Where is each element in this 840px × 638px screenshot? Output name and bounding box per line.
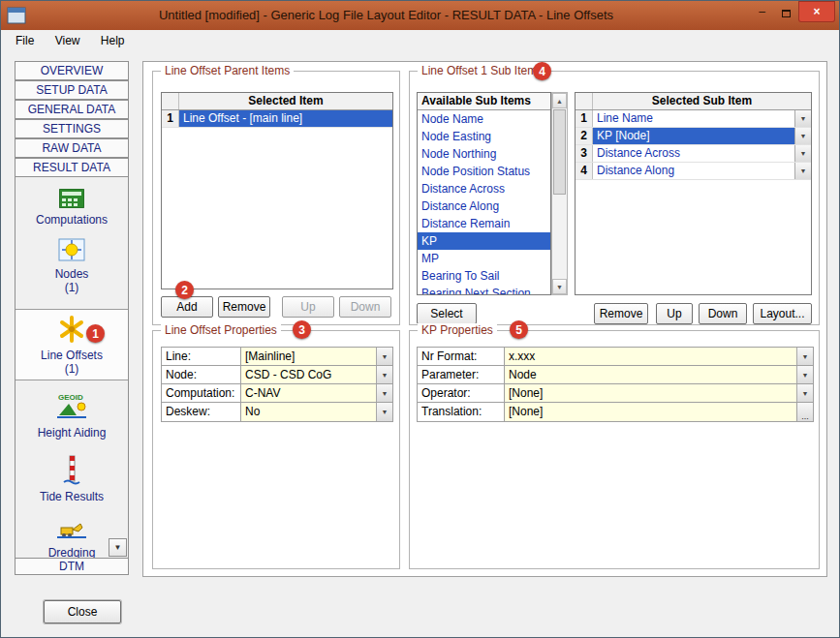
- combo-dropdown-button[interactable]: ▼: [794, 110, 811, 127]
- up-button[interactable]: Up: [282, 296, 334, 318]
- menu-help[interactable]: Help: [92, 30, 134, 51]
- chevron-down-icon: ▼: [382, 409, 389, 415]
- combo-dropdown-button[interactable]: ▼: [376, 403, 392, 421]
- sidebar-item-line-offsets[interactable]: Line Offsets (1): [16, 309, 128, 380]
- row-number: 3: [576, 145, 593, 162]
- property-value[interactable]: [None]: [505, 384, 796, 402]
- property-value[interactable]: [Mainline]: [241, 348, 376, 365]
- close-button[interactable]: Close: [44, 600, 121, 623]
- list-item[interactable]: Bearing To Sail: [418, 267, 550, 285]
- svg-text:GEOID: GEOID: [58, 393, 83, 402]
- annotation-badge-1: 1: [86, 324, 105, 343]
- combo-dropdown-button[interactable]: ▼: [796, 348, 813, 365]
- sidebar-item-overview[interactable]: OVERVIEW: [15, 61, 129, 80]
- table-row[interactable]: 3 Distance Across ▼: [576, 145, 811, 163]
- sidebar-item-count: (1): [16, 362, 128, 376]
- table-header: Selected Sub Item: [593, 93, 811, 109]
- list-item[interactable]: Node Easting: [418, 128, 550, 145]
- properties-table: Line: [Mainline] ▼ Node: CSD - CSD CoG ▼…: [161, 347, 393, 422]
- sidebar-item-dtm[interactable]: DTM: [15, 558, 129, 575]
- window-title: Untitled [modified] - Generic Log File L…: [40, 1, 732, 30]
- table-row[interactable]: 1 Line Name ▼: [576, 110, 811, 128]
- combo-dropdown-button[interactable]: ▼: [794, 145, 811, 162]
- select-button[interactable]: Select: [417, 303, 477, 324]
- table-header-row: Selected Sub Item: [576, 93, 811, 110]
- row-value: Line Offset - [main line]: [179, 110, 392, 127]
- scrollbar-up-button[interactable]: ▲: [552, 93, 567, 108]
- add-button[interactable]: Add: [161, 296, 213, 318]
- scrollbar-down-button[interactable]: ▼: [552, 279, 567, 294]
- chevron-down-icon: ▼: [382, 372, 389, 379]
- down-sub-button[interactable]: Down: [699, 303, 747, 324]
- property-value[interactable]: No: [241, 403, 376, 421]
- property-row: Nr Format: x.xxx ▼: [418, 348, 813, 366]
- available-list-scrollbar[interactable]: ▲ ▼: [551, 92, 568, 295]
- menu-view[interactable]: View: [47, 30, 89, 51]
- sidebar-item-setup-data[interactable]: SETUP DATA: [15, 80, 129, 100]
- sidebar-scroll-down-button[interactable]: ▼: [109, 538, 127, 557]
- row-number: 1: [576, 110, 593, 127]
- row-number: 1: [162, 110, 179, 127]
- combo-dropdown-button[interactable]: ▼: [376, 384, 392, 402]
- up-sub-button[interactable]: Up: [656, 303, 693, 324]
- combo-dropdown-button[interactable]: ▼: [796, 366, 813, 383]
- minimize-button[interactable]: –: [750, 1, 774, 22]
- menu-file[interactable]: File: [7, 30, 43, 51]
- table-row[interactable]: 4 Distance Along ▼: [576, 163, 811, 180]
- sidebar-item-label: Line Offsets: [16, 349, 128, 362]
- row-number: 2: [576, 128, 593, 144]
- sidebar-item-result-data[interactable]: RESULT DATA: [15, 158, 129, 177]
- sidebar-item-height-aiding[interactable]: GEOID Height Aiding: [16, 392, 128, 440]
- list-item[interactable]: Node Northing: [418, 145, 550, 163]
- chevron-down-icon: ▼: [556, 284, 563, 290]
- list-item[interactable]: Node Name: [418, 110, 550, 128]
- sidebar-item-raw-data[interactable]: RAW DATA: [15, 138, 129, 158]
- line-offset-properties-group: Line Offset Properties Line: [Mainline] …: [152, 330, 400, 569]
- sidebar-item-settings[interactable]: SETTINGS: [15, 119, 129, 138]
- list-item-selected[interactable]: KP: [418, 232, 550, 250]
- remove-sub-button[interactable]: Remove: [594, 303, 648, 324]
- table-row-selected[interactable]: 2 KP [Node] ▼: [576, 128, 811, 145]
- property-value[interactable]: C-NAV: [241, 384, 376, 402]
- property-value[interactable]: Node: [505, 366, 796, 383]
- ellipsis-button[interactable]: ...: [796, 403, 813, 421]
- table-header-row: Selected Item: [162, 93, 392, 110]
- list-item[interactable]: Distance Remain: [418, 215, 550, 232]
- chevron-down-icon: ▼: [382, 390, 389, 397]
- property-value[interactable]: x.xxx: [505, 348, 796, 365]
- sidebar-item-computations[interactable]: Computations: [16, 189, 128, 227]
- layout-button[interactable]: Layout...: [753, 303, 812, 324]
- combo-dropdown-button[interactable]: ▼: [794, 163, 811, 179]
- sidebar-item-general-data[interactable]: GENERAL DATA: [15, 100, 129, 119]
- list-item[interactable]: Distance Across: [418, 180, 550, 197]
- list-item[interactable]: Bearing Next Section: [418, 285, 550, 295]
- menubar: File View Help: [1, 30, 839, 51]
- chevron-down-icon: ▼: [800, 167, 807, 174]
- available-sub-items-list: Available Sub Items Node Name Node Easti…: [417, 92, 551, 295]
- scrollbar-thumb[interactable]: [553, 109, 566, 195]
- combo-dropdown-button[interactable]: ▼: [376, 348, 392, 365]
- close-window-button[interactable]: ×: [798, 1, 835, 22]
- list-item[interactable]: Node Position Status: [418, 163, 550, 180]
- sidebar-item-nodes[interactable]: Nodes (1): [16, 237, 128, 294]
- list-item[interactable]: MP: [418, 250, 550, 267]
- remove-button[interactable]: Remove: [218, 296, 270, 318]
- properties-table: Nr Format: x.xxx ▼ Parameter: Node ▼ Ope…: [417, 347, 814, 422]
- property-label: Nr Format:: [418, 348, 505, 365]
- property-value[interactable]: CSD - CSD CoG: [241, 366, 376, 383]
- list-item[interactable]: Distance Along: [418, 197, 550, 215]
- combo-dropdown-button[interactable]: ▼: [794, 128, 811, 144]
- sidebar-item-label: Height Aiding: [16, 426, 128, 440]
- annotation-badge-2: 2: [175, 281, 194, 299]
- sidebar-item-tide-results[interactable]: Tide Results: [16, 454, 128, 503]
- chevron-down-icon: ▼: [800, 133, 807, 139]
- maximize-button[interactable]: [774, 1, 798, 22]
- chevron-down-icon: ▼: [800, 150, 807, 157]
- row-value: Distance Along: [593, 163, 794, 179]
- combo-dropdown-button[interactable]: ▼: [376, 366, 392, 383]
- table-row[interactable]: 1 Line Offset - [main line]: [162, 110, 392, 128]
- property-label: Node:: [162, 366, 241, 383]
- down-button[interactable]: Down: [339, 296, 391, 318]
- property-value[interactable]: [None]: [505, 403, 796, 421]
- combo-dropdown-button[interactable]: ▼: [796, 384, 813, 402]
